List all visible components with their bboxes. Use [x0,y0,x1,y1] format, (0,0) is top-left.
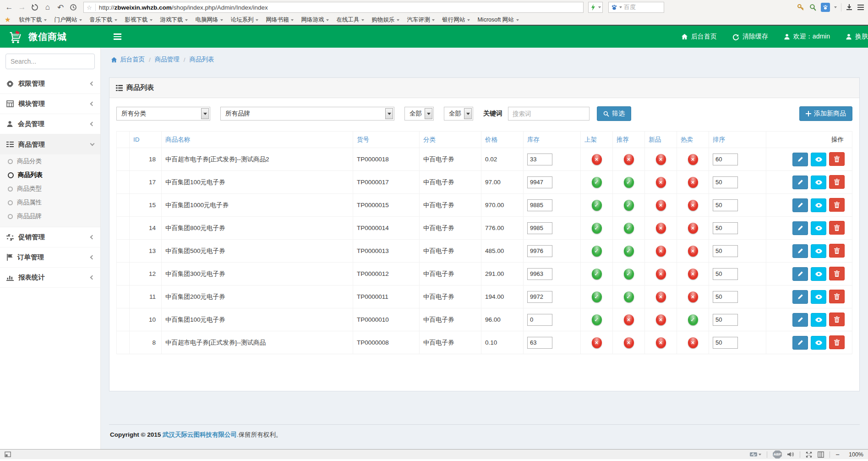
onsale-toggle-icon[interactable]: × [592,154,602,165]
sidebar-item-modules[interactable]: 模块管理 [0,94,100,114]
category-select[interactable]: 所有分类 [116,107,210,121]
sort-input[interactable] [713,199,738,211]
bookmark-item[interactable]: 网络书籍 [264,16,299,24]
new-toggle-icon[interactable]: × [656,200,666,211]
delete-button[interactable] [829,290,845,303]
bookmark-item[interactable]: 游戏下载 [158,16,193,24]
sidebar-item-product-attributes[interactable]: 商品属性 [0,196,100,209]
edit-button[interactable] [792,176,808,189]
refresh-icon[interactable] [29,2,40,13]
sidebar-item-product-categories[interactable]: 商品分类 [0,154,100,168]
fullscreen-icon[interactable] [806,451,812,458]
hot-toggle-icon[interactable]: × [688,177,698,188]
hot-toggle-icon[interactable]: × [688,246,698,257]
new-toggle-icon[interactable]: × [656,154,666,165]
edit-button[interactable] [792,244,808,258]
bookmark-item[interactable]: 电脑网络 [193,16,229,24]
hot-toggle-icon[interactable]: × [688,269,698,280]
brand-logo[interactable]: 微信商城 [0,26,101,48]
recommend-toggle-icon[interactable]: × [624,337,634,348]
new-toggle-icon[interactable]: × [656,177,666,188]
recommend-toggle-icon[interactable]: ✓ [624,246,634,257]
sidebar-item-orders[interactable]: 订单管理 [0,247,100,268]
onsale-toggle-icon[interactable]: ✓ [592,291,602,302]
new-toggle-icon[interactable]: × [656,269,666,280]
bookmarks-star-icon[interactable]: ★ [5,16,11,24]
bookmark-item[interactable]: 影视下载 [123,16,158,24]
onsale-toggle-icon[interactable]: ✓ [592,223,602,234]
forward-icon[interactable]: → [16,2,27,13]
stock-input[interactable] [527,199,552,211]
new-toggle-icon[interactable]: × [656,223,666,234]
sidebar-item-reports[interactable]: 报表统计 [0,268,100,288]
delete-button[interactable] [829,198,845,212]
bookmark-item[interactable]: 门户网站 [52,16,87,24]
url-bar[interactable]: ☆ http://zbweixin.whzb.com/shop/index.ph… [83,2,584,13]
add-product-button[interactable]: 添加新商品 [799,106,852,121]
dock-panel-icon[interactable] [5,451,11,457]
view-button[interactable] [811,313,826,327]
view-button[interactable] [811,153,826,166]
breadcrumb-product-list[interactable]: 商品列表 [190,55,214,64]
sidebar-item-product-types[interactable]: 商品类型 [0,182,100,196]
edit-button[interactable] [792,290,808,304]
hot-toggle-icon[interactable]: × [688,200,698,211]
stock-input[interactable] [527,314,552,326]
sidebar-item-permissions[interactable]: 权限管理 [0,74,100,94]
delete-button[interactable] [829,175,845,189]
sort-input[interactable] [713,314,738,326]
view-button[interactable] [811,336,826,350]
translate-badge-icon[interactable] [821,3,830,12]
stock-input[interactable] [527,291,552,303]
reading-columns-icon[interactable] [818,451,824,458]
history-icon[interactable] [68,2,79,13]
sort-input[interactable] [713,337,738,349]
plugin-button[interactable] [588,2,603,13]
bookmark-item[interactable]: Microsoft 网站 [475,16,524,24]
edit-button[interactable] [792,313,808,327]
stock-input[interactable] [527,268,552,280]
sort-input[interactable] [713,268,738,280]
bookmark-item[interactable]: 银行网站 [440,16,475,24]
breadcrumb-home[interactable]: 后台首页 [111,55,145,64]
zoom-out-button[interactable]: − [835,450,840,458]
adblock-icon[interactable]: ABP [773,450,782,459]
new-toggle-icon[interactable]: × [656,291,666,302]
delete-button[interactable] [829,335,845,349]
bookmark-item[interactable]: 音乐下载 [87,16,123,24]
new-toggle-icon[interactable]: × [656,246,666,257]
bookmark-item[interactable]: 论坛系列 [229,16,264,24]
nav-clear-cache[interactable]: 清除缓存 [725,26,776,48]
edit-button[interactable] [792,267,808,281]
onsale-toggle-icon[interactable]: ✓ [592,200,602,211]
recommend-toggle-icon[interactable]: ✓ [624,291,634,302]
home-icon[interactable]: ⌂ [42,2,53,13]
bookmark-star-icon[interactable]: ☆ [87,4,92,11]
download-icon[interactable] [846,4,853,11]
hot-toggle-icon[interactable]: × [688,291,698,302]
stock-input[interactable] [527,176,552,188]
hot-toggle-icon[interactable]: × [688,154,698,165]
view-button[interactable] [811,244,826,258]
stock-input[interactable] [527,337,552,349]
hot-toggle-icon[interactable]: × [688,337,698,348]
delete-button[interactable] [829,313,845,326]
recommend-toggle-icon[interactable]: × [624,154,634,165]
browser-search-box[interactable]: 百度 [608,2,664,13]
sort-input[interactable] [713,245,738,257]
edit-button[interactable] [792,198,808,212]
view-button[interactable] [811,290,826,304]
bookmark-item[interactable]: 汽车评测 [405,16,440,24]
view-button[interactable] [811,221,826,235]
keyword-input[interactable] [508,107,590,121]
filter-button[interactable]: 筛选 [597,106,631,121]
url-text[interactable]: http://zbweixin.whzb.com/shop/index.php/… [99,4,268,11]
nav-welcome-user[interactable]: 欢迎：admin [776,26,838,48]
breadcrumb-products[interactable]: 商品管理 [155,55,180,64]
zoom-level[interactable]: 100% [845,451,863,458]
view-button[interactable] [811,198,826,212]
company-link[interactable]: 武汉天际云图科技有限公司 [163,431,237,438]
form-fill-icon[interactable] [809,4,817,11]
recommend-toggle-icon[interactable]: ✓ [624,269,634,280]
nav-admin-home[interactable]: 后台首页 [673,26,725,48]
